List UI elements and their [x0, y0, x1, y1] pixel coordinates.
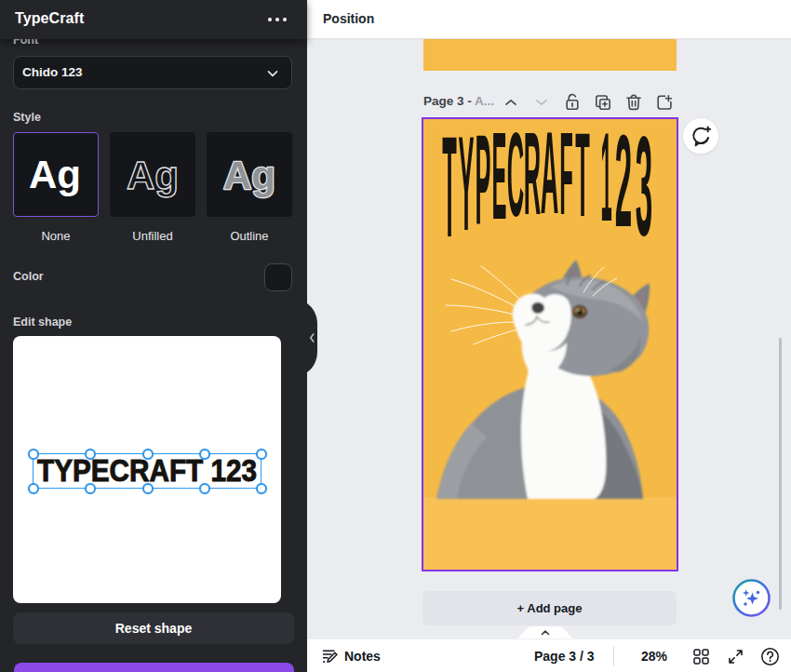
svg-text:T: T: [575, 119, 590, 242]
svg-text:Ag: Ag: [223, 154, 275, 197]
svg-text:F: F: [559, 119, 573, 238]
svg-text:3: 3: [636, 119, 652, 264]
svg-text:2: 2: [615, 119, 632, 254]
svg-text:Ag: Ag: [29, 153, 81, 196]
svg-text:R: R: [524, 119, 541, 238]
svg-text:T: T: [442, 119, 457, 267]
svg-text:1: 1: [600, 119, 611, 247]
svg-text:A: A: [541, 119, 559, 237]
svg-text:P: P: [476, 119, 491, 250]
svg-text:Ag: Ag: [127, 154, 179, 197]
svg-text:E: E: [492, 119, 507, 245]
svg-text:Y: Y: [459, 119, 475, 258]
svg-text:C: C: [507, 119, 524, 242]
